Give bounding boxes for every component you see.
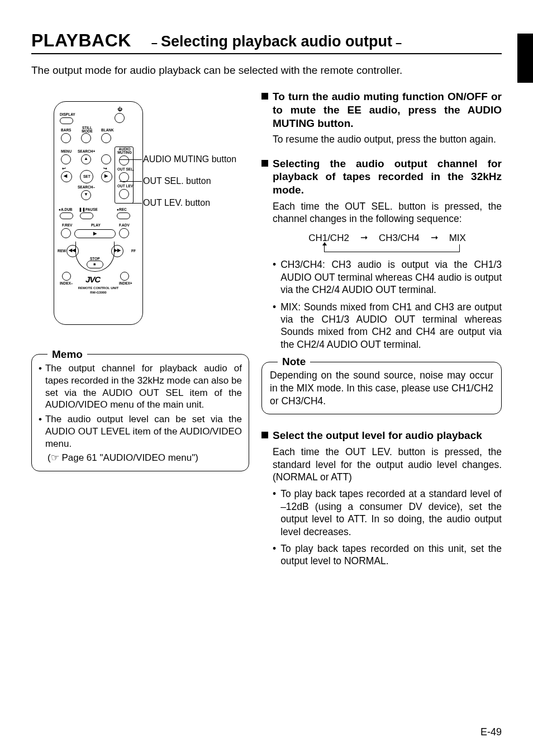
note-title: Note bbox=[278, 355, 310, 369]
outlev-heading: Select the output level for audio playba… bbox=[273, 429, 482, 442]
callout-audio-muting: AUDIO MUTING button bbox=[143, 154, 236, 164]
return-arrow-icon bbox=[324, 244, 460, 252]
outsel-body: Each time the OUT SEL. button is pressed… bbox=[273, 200, 502, 225]
memo-item: The output channel for playback audio of… bbox=[45, 362, 242, 411]
section-subtitle: –Selecting playback audio output– bbox=[148, 33, 405, 50]
note-body: Depending on the sound source, noise may… bbox=[270, 369, 493, 407]
memo-title: Memo bbox=[47, 348, 87, 361]
memo-item: The audio output level can be set via th… bbox=[45, 413, 242, 450]
remote-callouts: AUDIO MUTING button OUT SEL. button OUT … bbox=[143, 101, 236, 219]
outsel-bullet: CH3/CH4: CH3 audio is output via the CH1… bbox=[280, 258, 502, 296]
bullet-square-icon bbox=[261, 432, 268, 438]
memo-box: Memo The output channel for playback aud… bbox=[31, 354, 249, 471]
memo-reference: (☞ Page 61 "AUDIO/VIDEO menu") bbox=[47, 452, 242, 464]
bullet-square-icon bbox=[261, 160, 268, 167]
page-number: E-49 bbox=[480, 726, 502, 738]
arrow-right-icon: ➞ bbox=[360, 232, 368, 243]
channel-sequence: CH1/CH2 ➞ CH3/CH4 ➞ MIX bbox=[273, 232, 502, 254]
callout-out-lev: OUT LEV. button bbox=[143, 198, 210, 207]
callout-out-sel: OUT SEL. button bbox=[143, 176, 211, 186]
note-box: Note Depending on the sound source, nois… bbox=[261, 362, 502, 414]
arrow-right-icon: ➞ bbox=[431, 232, 438, 243]
page-header: PLAYBACK –Selecting playback audio outpu… bbox=[31, 30, 502, 54]
remote-diagram: DISPLAY ⏻ BARS STILL MODE BLANK AUDIO MU… bbox=[54, 101, 143, 325]
outlev-bullet: To play back tapes recorded on this unit… bbox=[280, 542, 502, 568]
muting-body: To resume the audio output, press the bu… bbox=[261, 133, 502, 145]
intro-text: The output mode for audio playback can b… bbox=[31, 64, 502, 77]
muting-heading: To turn the audio muting function ON/OFF… bbox=[273, 90, 502, 130]
thumb-tab bbox=[517, 34, 533, 83]
bullet-square-icon bbox=[261, 93, 268, 100]
outlev-body: Each time the OUT LEV. button is pressed… bbox=[273, 446, 502, 483]
outsel-bullet: MIX: Sounds mixed from CH1 and CH3 are o… bbox=[280, 301, 502, 351]
section-title: PLAYBACK bbox=[31, 30, 131, 51]
outsel-heading: Selecting the audio output channel for p… bbox=[273, 157, 502, 197]
outlev-bullet: To play back tapes recorded at a standar… bbox=[280, 488, 502, 538]
